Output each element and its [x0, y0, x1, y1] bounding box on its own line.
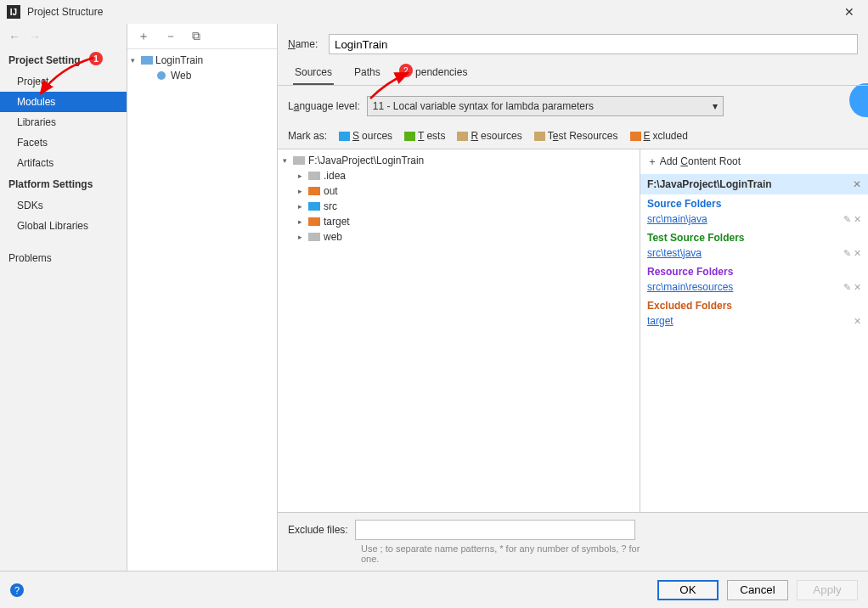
mark-excluded[interactable]: Excluded — [630, 130, 688, 142]
remove-icon[interactable]: ✕ — [854, 214, 861, 224]
sidebar-item-libraries[interactable]: Libraries — [0, 112, 127, 132]
ct-label: src — [324, 200, 337, 212]
tab-paths[interactable]: Paths — [352, 61, 382, 85]
tabs-row: Sources Paths 2 Dependencies — [278, 61, 868, 86]
tab-sources[interactable]: Sources — [293, 61, 334, 85]
edit-icon[interactable]: ✎ — [843, 282, 851, 292]
ct-row-out[interactable]: ▸out — [278, 183, 640, 199]
language-level-row: Language level: 11 - Local variable synt… — [278, 86, 868, 127]
mark-test-resources[interactable]: Test Resources — [534, 130, 618, 142]
content-roots-panel: ＋ Add Content Root F:\JavaProject\LoginT… — [640, 149, 868, 512]
fg-title: Source Folders — [647, 198, 861, 210]
excluded-folders-group: Excluded Folders target ✕ — [640, 296, 868, 330]
ct-label: out — [324, 185, 338, 197]
svg-rect-0 — [141, 56, 153, 65]
ct-row-target[interactable]: ▸target — [278, 214, 640, 229]
badge-2: 2 — [399, 64, 413, 77]
folder-icon — [308, 232, 320, 242]
test-source-folders-group: Test Source Folders src\test\java ✎ ✕ — [640, 228, 868, 262]
folder-icon — [308, 217, 320, 227]
sidebar-item-artifacts[interactable]: Artifacts — [0, 153, 127, 173]
remove-icon[interactable]: － — [165, 29, 177, 44]
mark-tests[interactable]: Tests — [404, 130, 445, 142]
root-path-text: F:\JavaProject\LoginTrain — [647, 178, 772, 190]
svg-point-1 — [157, 71, 166, 80]
tab-dependencies[interactable]: 2 Dependencies — [401, 61, 470, 85]
ct-row-web[interactable]: ▸web — [278, 229, 640, 245]
sidebar-item-modules[interactable]: Modules — [0, 92, 127, 112]
nav-forward-icon[interactable]: → — [29, 30, 41, 43]
module-tree-panel: ＋ － ⧉ ▾ LoginTrain Web — [127, 24, 278, 571]
sidebar-item-facets[interactable]: Facets — [0, 132, 127, 153]
language-level-select[interactable]: 11 - Local variable syntax for lambda pa… — [367, 96, 724, 116]
module-icon — [141, 55, 153, 65]
fg-actions: ✎ ✕ — [843, 282, 861, 293]
fg-item: src\main\java ✎ ✕ — [647, 211, 861, 227]
chevron-right-icon[interactable]: ▸ — [298, 202, 308, 211]
footer: ? OK Cancel Apply — [0, 571, 868, 608]
ct-root-label: F:\JavaProject\LoginTrain — [308, 155, 424, 166]
close-icon[interactable]: ✕ — [837, 5, 861, 19]
remove-icon[interactable]: ✕ — [854, 316, 861, 326]
folder-link[interactable]: src\main\java — [647, 213, 707, 225]
ct-label: web — [324, 231, 342, 243]
content-tree-root[interactable]: ▾ F:\JavaProject\LoginTrain — [278, 153, 640, 168]
add-content-root[interactable]: ＋ Add Content Root — [640, 149, 868, 174]
sidebar-item-global-libraries[interactable]: Global Libraries — [0, 216, 127, 236]
edit-icon[interactable]: ✎ — [843, 248, 851, 258]
exclude-hint: Use ; to separate name patterns, * for a… — [361, 543, 650, 564]
mark-sources[interactable]: Sources — [339, 130, 392, 142]
sidebar-item-sdks[interactable]: SDKs — [0, 195, 127, 216]
folder-link[interactable]: src\test\java — [647, 247, 702, 259]
folder-link[interactable]: src\main\resources — [647, 281, 733, 293]
svg-rect-7 — [308, 233, 320, 241]
mark-resources[interactable]: Resources — [457, 130, 521, 142]
add-icon[interactable]: ＋ — [138, 29, 149, 44]
tab-label-part: pendencies — [415, 66, 467, 78]
edit-icon[interactable]: ✎ — [843, 214, 851, 224]
remove-icon[interactable]: ✕ — [854, 248, 861, 258]
chevron-down-icon: ▾ — [713, 100, 718, 112]
ct-row-src[interactable]: ▸src — [278, 199, 640, 214]
chevron-down-icon[interactable]: ▾ — [131, 56, 141, 65]
remove-icon[interactable]: ✕ — [854, 282, 861, 292]
svg-rect-4 — [308, 187, 320, 195]
mark-as-row: Mark as: Sources Tests Resources Test Re… — [278, 127, 868, 149]
mark-as-label: Mark as: — [288, 130, 327, 142]
svg-rect-3 — [308, 172, 320, 180]
ok-button[interactable]: OK — [657, 580, 719, 600]
chevron-right-icon[interactable]: ▸ — [298, 233, 308, 241]
nav-back-icon[interactable]: ← — [8, 30, 20, 43]
content-tree: ▾ F:\JavaProject\LoginTrain ▸.idea ▸out … — [278, 149, 640, 512]
help-icon[interactable]: ? — [10, 583, 24, 597]
source-folders-group: Source Folders src\main\java ✎ ✕ — [640, 194, 868, 228]
window-title: Project Structure — [27, 6, 837, 18]
exclude-input[interactable] — [355, 520, 635, 540]
copy-icon[interactable]: ⧉ — [192, 29, 200, 43]
content-root-path[interactable]: F:\JavaProject\LoginTrain ✕ — [640, 174, 868, 194]
chevron-right-icon[interactable]: ▸ — [298, 187, 308, 195]
ct-row-idea[interactable]: ▸.idea — [278, 168, 640, 183]
folder-icon — [308, 186, 320, 196]
remove-root-icon[interactable]: ✕ — [853, 178, 861, 190]
section-title: Project Setting — [8, 54, 81, 66]
fg-actions: ✎ ✕ — [843, 248, 861, 259]
language-level-label: Language level: — [288, 100, 360, 112]
svg-rect-5 — [308, 202, 320, 211]
name-input[interactable] — [329, 34, 858, 54]
chevron-right-icon[interactable]: ▸ — [298, 217, 308, 226]
sidebar-nav: ← → — [0, 24, 127, 49]
apply-button[interactable]: Apply — [797, 580, 858, 600]
sidebar-item-problems[interactable]: Problems — [0, 248, 127, 268]
folder-link[interactable]: target — [647, 315, 674, 327]
tree-row-web[interactable]: Web — [127, 68, 277, 83]
tree-label: Web — [171, 70, 191, 82]
tree-row-root[interactable]: ▾ LoginTrain — [127, 53, 277, 68]
fg-title: Resource Folders — [647, 266, 861, 278]
chevron-down-icon[interactable]: ▾ — [283, 156, 293, 165]
sidebar-item-project[interactable]: Project — [0, 71, 127, 92]
chevron-right-icon[interactable]: ▸ — [298, 172, 308, 180]
cancel-button[interactable]: Cancel — [727, 580, 788, 600]
app-icon: IJ — [7, 5, 20, 19]
exclude-label: Exclude files: — [288, 524, 348, 536]
